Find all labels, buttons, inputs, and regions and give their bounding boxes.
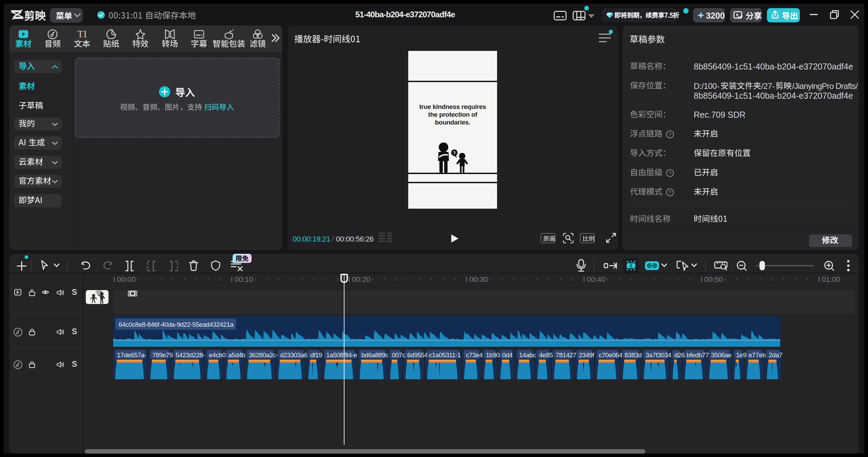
svg-text:?: ?: [669, 131, 671, 137]
svg-text:TI: TI: [77, 29, 87, 39]
svg-text:?: ?: [669, 189, 671, 195]
svg-text:?: ?: [669, 170, 671, 176]
svg-text:?: ?: [453, 150, 456, 156]
